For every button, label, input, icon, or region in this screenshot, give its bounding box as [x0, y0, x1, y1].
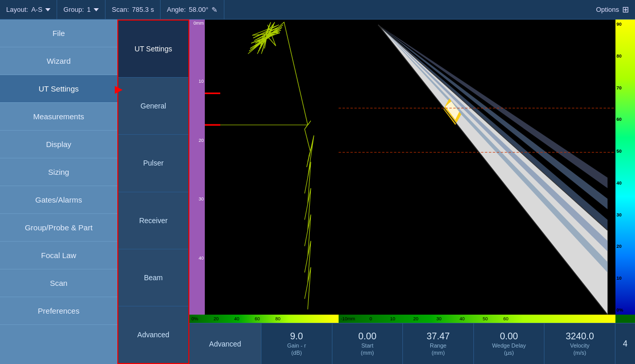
- scan-label: Scan:: [112, 6, 129, 13]
- layout-label: Layout:: [6, 6, 28, 13]
- group-value: 1: [87, 6, 91, 13]
- sidebar-item-wizard[interactable]: Wizard: [0, 47, 117, 75]
- sidebar-item-gates-alarms[interactable]: Gates/Alarms: [0, 186, 117, 214]
- sidebar-item-preferences[interactable]: Preferences: [0, 297, 117, 325]
- ascan-tick-20: 20: [199, 138, 204, 143]
- sscan-svg: [339, 20, 615, 315]
- right-scale-bar-empty: [615, 315, 635, 323]
- sidebar-item-ut-settings[interactable]: UT Settings ▶: [0, 75, 117, 103]
- bottom-metric-wedge-delay[interactable]: 0.00 Wedge Delay(µs): [474, 323, 545, 364]
- viz-area: 0mm 10 20 30 40: [189, 20, 635, 315]
- submenu-panel: UT Settings General Pulser Receiver Beam…: [117, 20, 189, 364]
- sidebar-item-sizing[interactable]: Sizing: [0, 158, 117, 186]
- top-bar: Layout: A-S Group: 1 Scan: 785.3 s Angle…: [0, 0, 635, 20]
- bottom-metric-range[interactable]: 37.47 Range(mm): [403, 323, 474, 364]
- right-scale-40: 40: [616, 180, 622, 186]
- metric-wedge-label: Wedge Delay(µs): [492, 342, 526, 357]
- bottom-metric-start[interactable]: 0.00 Start(mm): [332, 323, 403, 364]
- metric-velocity-label: Velocity(m/s): [570, 342, 590, 357]
- metric-start-label: Start(mm): [361, 342, 374, 357]
- sscan-panel: [339, 20, 615, 315]
- metric-gain-value: 9.0: [290, 331, 303, 342]
- ascan-panel: 0mm 10 20 30 40: [189, 20, 339, 315]
- sidebar-item-focal-law[interactable]: Focal Law: [0, 242, 117, 269]
- right-scale-20: 20: [616, 244, 622, 249]
- metric-gain-label: Gain - r(dB): [287, 342, 306, 357]
- right-scale-60: 60: [616, 117, 622, 122]
- metric-wedge-value: 0.00: [500, 331, 518, 342]
- right-scale-70: 70: [616, 85, 622, 90]
- options-section[interactable]: Options ⊞: [590, 0, 635, 19]
- ascan-tick-0: 0mm: [193, 21, 204, 26]
- options-icon[interactable]: ⊞: [622, 5, 629, 14]
- sidebar-item-group-probe-part[interactable]: Group/Probe & Part: [0, 214, 117, 242]
- submenu-item-pulser[interactable]: Pulser: [118, 135, 188, 192]
- svg-rect-0: [205, 20, 339, 315]
- bottom-bar: Advanced 9.0 Gain - r(dB) 0.00 Start(mm)…: [189, 323, 635, 364]
- right-scale-80: 80: [616, 53, 622, 59]
- left-sidebar: File Wizard UT Settings ▶ Measurements D…: [0, 20, 117, 364]
- sscan-scale-bar: -10mm 0 10 20 30 40 50 60: [339, 315, 615, 323]
- angle-value: 58.00°: [189, 6, 208, 13]
- ascan-scale-bar: 0% 20 40 60 80: [189, 315, 339, 323]
- submenu-item-receiver[interactable]: Receiver: [118, 192, 188, 249]
- scan-value: 785.3 s: [132, 6, 154, 13]
- ascan-tick-30: 30: [199, 196, 204, 202]
- right-scale-90: 90: [616, 22, 622, 27]
- active-arrow-icon: ▶: [115, 83, 122, 95]
- ascan-svg: [205, 20, 339, 315]
- right-scale-50: 50: [616, 149, 622, 154]
- metric-start-value: 0.00: [358, 331, 376, 342]
- submenu-item-general[interactable]: General: [118, 78, 188, 135]
- bottom-metric-velocity[interactable]: 3240.0 Velocity(m/s): [544, 323, 615, 364]
- metric-range-value: 37.47: [427, 331, 450, 342]
- sidebar-item-file[interactable]: File: [0, 20, 117, 47]
- options-label: Options: [596, 6, 619, 13]
- group-dropdown-arrow[interactable]: [94, 8, 99, 11]
- angle-edit-icon[interactable]: ✎: [211, 6, 218, 14]
- angle-section[interactable]: Angle: 58.00° ✎: [161, 0, 224, 19]
- layout-section[interactable]: Layout: A-S: [0, 0, 57, 19]
- submenu-item-beam[interactable]: Beam: [118, 249, 188, 306]
- bottom-metric-gain[interactable]: 9.0 Gain - r(dB): [261, 323, 332, 364]
- main-layout: File Wizard UT Settings ▶ Measurements D…: [0, 20, 635, 364]
- right-scale-0: 0%: [616, 307, 623, 313]
- group-label: Group:: [63, 6, 84, 13]
- ascan-tick-40: 40: [199, 256, 204, 261]
- page-number: 4: [615, 323, 635, 364]
- layout-dropdown-arrow[interactable]: [45, 8, 50, 11]
- group-section[interactable]: Group: 1: [57, 0, 105, 19]
- metric-range-label: Range(mm): [430, 342, 446, 357]
- ascan-waveform: [205, 20, 339, 315]
- ascan-tick-10: 10: [199, 79, 204, 84]
- right-scale-30: 30: [616, 212, 622, 217]
- layout-value: A-S: [31, 6, 43, 13]
- right-scale: 90 80 70 60 50 40 30 20 10 0%: [615, 20, 635, 315]
- metric-velocity-value: 3240.0: [566, 331, 594, 342]
- submenu-item-ut-settings[interactable]: UT Settings: [118, 21, 188, 78]
- right-scale-10: 10: [616, 276, 622, 281]
- bottom-advanced-cell[interactable]: Advanced: [189, 323, 261, 364]
- sidebar-item-scan[interactable]: Scan: [0, 269, 117, 297]
- scale-bars: 0% 20 40 60 80 -10mm 0 10 20 30 40 50 60: [189, 315, 635, 323]
- content-area: 0mm 10 20 30 40: [189, 20, 635, 364]
- sidebar-item-display[interactable]: Display: [0, 131, 117, 158]
- scan-section: Scan: 785.3 s: [105, 0, 161, 19]
- sidebar-item-measurements[interactable]: Measurements: [0, 103, 117, 131]
- submenu-item-advanced[interactable]: Advanced: [118, 306, 188, 363]
- angle-label: Angle:: [167, 6, 186, 13]
